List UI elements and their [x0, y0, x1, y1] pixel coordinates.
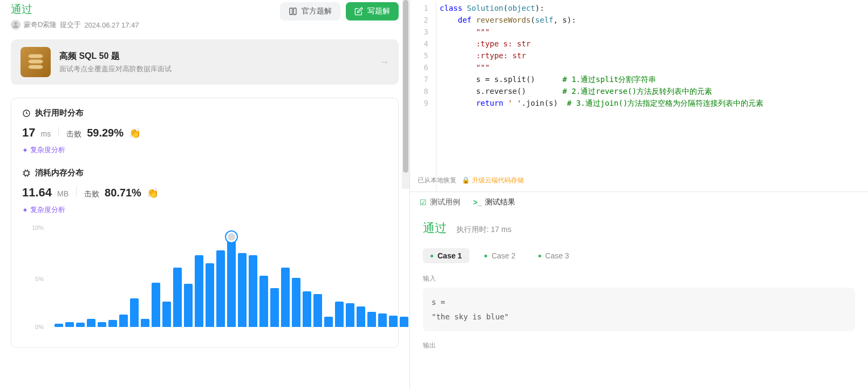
chart-bar[interactable] [303, 291, 311, 327]
scrollbar-thumb[interactable] [403, 0, 408, 173]
chart-bar[interactable] [227, 237, 236, 327]
left-panel: 通过 蒙奇D索隆 提交于 2024.06.27 17:47 官方题解 [0, 0, 410, 389]
promo-title: 高频 SQL 50 题 [59, 51, 371, 62]
case-tab-2[interactable]: Case 2 [477, 248, 523, 263]
chart-bar[interactable] [195, 255, 203, 327]
memory-value: 11.64 [22, 186, 52, 200]
runtime-unit: ms [40, 129, 51, 138]
code-line[interactable]: class Solution(object): [440, 2, 868, 14]
result-status: 通过 [423, 220, 447, 236]
line-number: 2 [410, 14, 428, 26]
chart-bar[interactable] [367, 312, 376, 327]
case-tab-3[interactable]: Case 3 [531, 248, 577, 263]
status-dot-icon [430, 255, 433, 257]
stats-card: 执行用时分布 17 ms 击败 59.29% 👏 ✦ 复杂度分析 消耗内存分布 [11, 98, 399, 348]
svg-rect-2 [24, 171, 29, 175]
chart-bar[interactable] [98, 322, 106, 327]
chart-bar[interactable] [119, 315, 128, 327]
chart-bar[interactable] [216, 250, 225, 327]
chart-bar[interactable] [281, 268, 290, 327]
y-tick: 5% [35, 276, 44, 282]
submitted-time: 2024.06.27 17:47 [84, 21, 139, 29]
edit-icon [354, 7, 363, 16]
chart-bar[interactable] [108, 320, 117, 327]
line-number: 1 [410, 2, 428, 14]
svg-point-0 [15, 22, 17, 25]
terminal-icon: >_ [473, 198, 482, 207]
chart-bar[interactable] [76, 323, 85, 327]
chart-bar[interactable] [173, 268, 182, 327]
promo-subtitle: 面试考点全覆盖应对高阶数据库面试 [59, 64, 371, 74]
chart-bar[interactable] [141, 319, 149, 327]
tab-result[interactable]: >_ 测试结果 [473, 197, 515, 207]
chart-bar[interactable] [259, 276, 268, 327]
code-line[interactable]: """ [440, 62, 868, 73]
memory-unit: MB [57, 189, 69, 198]
submission-status: 通过 [11, 2, 139, 17]
clap-icon: 👏 [147, 187, 159, 199]
author-name[interactable]: 蒙奇D索隆 [24, 20, 57, 30]
promo-card[interactable]: 高频 SQL 50 题 面试考点全覆盖应对高阶数据库面试 → [11, 39, 399, 85]
output-label: 输出 [423, 341, 855, 350]
chart-bar[interactable] [335, 302, 344, 327]
chart-bar[interactable] [249, 255, 257, 327]
code-line[interactable]: :rtype: str [440, 50, 868, 62]
chart-bar[interactable] [292, 278, 300, 327]
chart-bar[interactable] [54, 324, 63, 327]
code-line[interactable]: s = s.split() # 1.通过split分割字符串 [440, 73, 868, 85]
chart-bar[interactable] [324, 317, 333, 327]
chart-bar[interactable] [389, 316, 398, 327]
upgrade-cloud-link[interactable]: 🔒 升级云端代码存储 [462, 174, 524, 186]
sparkle-icon: ✦ [22, 206, 28, 214]
status-dot-icon [484, 255, 487, 257]
memory-beat-pct: 80.71% [105, 187, 141, 199]
input-label: 输入 [423, 274, 855, 283]
write-solution-button[interactable]: 写题解 [346, 2, 399, 21]
avatar-icon [11, 20, 20, 30]
status-dot-icon [538, 255, 541, 257]
tab-testcase[interactable]: ☑ 测试用例 [420, 197, 460, 207]
book-icon [289, 7, 297, 16]
sparkle-icon: ✦ [22, 146, 28, 154]
submitted-prefix: 提交于 [60, 20, 81, 30]
official-solution-button[interactable]: 官方题解 [280, 2, 340, 21]
chart-bar[interactable] [65, 322, 74, 327]
line-number: 3 [410, 26, 428, 38]
chart-bar[interactable] [184, 284, 193, 327]
code-editor[interactable]: 123456789 class Solution(object): def re… [410, 0, 868, 192]
right-panel: 123456789 class Solution(object): def re… [410, 0, 868, 389]
code-line[interactable]: """ [440, 26, 868, 38]
chart-bar[interactable] [270, 288, 279, 327]
line-number: 6 [410, 62, 428, 73]
chart-bar[interactable] [357, 306, 365, 327]
memory-distribution-chart[interactable]: 10% 5% 0% [22, 224, 387, 338]
chart-bar[interactable] [378, 313, 387, 327]
chart-bar[interactable] [238, 253, 247, 327]
user-marker [225, 230, 238, 243]
chevron-right-icon: → [379, 57, 389, 68]
code-line[interactable]: def reverseWords(self, s): [440, 14, 868, 26]
chart-bar[interactable] [400, 317, 408, 327]
chart-bar[interactable] [162, 302, 171, 327]
memory-section-title: 消耗内存分布 [35, 168, 84, 178]
code-line[interactable]: s.reverse() # 2.通过reverse()方法反转列表中的元素 [440, 85, 868, 97]
memory-complexity-link[interactable]: ✦ 复杂度分析 [22, 205, 65, 215]
runtime-complexity-link[interactable]: ✦ 复杂度分析 [22, 145, 65, 155]
chip-icon [22, 169, 31, 178]
chart-bar[interactable] [130, 298, 139, 327]
chart-bar[interactable] [313, 294, 322, 327]
code-line[interactable]: return ' '.join(s) # 3.通过join()方法指定空格为分隔… [440, 97, 868, 109]
chart-bar[interactable] [346, 303, 354, 327]
clap-icon: 👏 [129, 127, 141, 139]
line-number: 7 [410, 73, 428, 85]
chart-bar[interactable] [152, 283, 160, 327]
result-runtime: 执行用时: 17 ms [456, 225, 511, 235]
line-number: 8 [410, 85, 428, 97]
chart-bar[interactable] [87, 319, 95, 327]
chart-bar[interactable] [206, 263, 214, 327]
y-tick: 0% [35, 324, 44, 330]
code-line[interactable]: :type s: str [440, 38, 868, 50]
case-tab-1[interactable]: Case 1 [423, 248, 469, 263]
input-box[interactable]: s = "the sky is blue" [423, 288, 855, 331]
lock-icon: 🔒 [462, 174, 470, 186]
